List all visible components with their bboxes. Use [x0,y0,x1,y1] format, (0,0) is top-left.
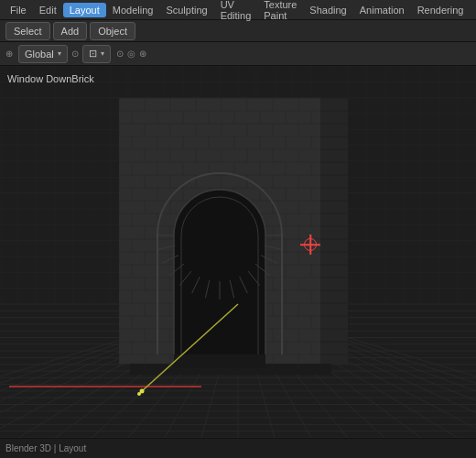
toolbar: ⊕ Global ▾ ⊙ ⊡ ▾ ⊙ ◎ ⊛ [0,42,476,66]
sub-toolbar: Select Add Object [0,20,476,42]
overlay-icon: ◎ [127,49,135,59]
select-button[interactable]: Select [5,22,50,40]
add-button[interactable]: Add [53,22,88,40]
object-button[interactable]: Object [90,22,135,40]
menu-modeling[interactable]: Modeling [106,3,160,17]
menu-shading[interactable]: Shading [303,3,352,17]
viewport[interactable]: Window DownBrick [0,66,476,438]
global-dropdown-arrow: ▾ [58,49,61,58]
snap-dropdown-arrow: ▾ [101,49,104,58]
menu-animation[interactable]: Animation [353,3,411,17]
proportional-icon: ⊙ [71,49,79,59]
status-bar: Blender 3D | Layout [0,438,476,458]
status-text: Blender 3D | Layout [5,443,86,453]
menu-compositing[interactable]: Com... [470,3,476,17]
global-dropdown[interactable]: Global ▾ [18,45,68,63]
menu-layout[interactable]: Layout [63,3,106,17]
shading-icon: ⊛ [139,49,146,59]
global-label: Global [25,49,54,60]
3d-cursor [304,238,317,251]
grid-canvas [0,66,476,438]
transform-icon: ⊕ [5,49,13,59]
magnet-icon: ⊙ [116,49,124,59]
menu-rendering[interactable]: Rendering [411,3,471,17]
snap-label: ⊡ [89,48,97,60]
menu-file[interactable]: File [4,3,33,17]
menu-edit[interactable]: Edit [33,3,63,17]
menu-uv-editing[interactable]: UV Editing [214,0,258,23]
menu-sculpting[interactable]: Sculpting [159,3,213,17]
menu-texture-paint[interactable]: Texture Paint [257,0,303,23]
menu-bar: File Edit Layout Modeling Sculpting UV E… [0,0,476,20]
snap-dropdown[interactable]: ⊡ ▾ [82,45,111,63]
